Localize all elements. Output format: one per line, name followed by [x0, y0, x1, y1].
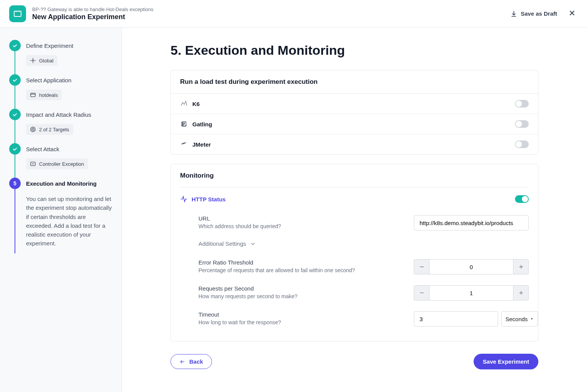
- svg-point-12: [32, 128, 34, 130]
- error-ratio-input[interactable]: [429, 259, 513, 274]
- back-label: Back: [189, 358, 203, 365]
- decrement-button[interactable]: [414, 285, 429, 301]
- tool-name: Gatling: [192, 121, 212, 127]
- svg-rect-0: [14, 11, 21, 16]
- svg-rect-9: [31, 93, 35, 96]
- arrow-left-icon: [179, 359, 185, 365]
- back-button[interactable]: Back: [171, 354, 212, 369]
- load-test-panel: Run a load test during experiment execut…: [171, 70, 538, 155]
- rps-label: Requests per Second: [198, 285, 414, 292]
- step-label: Define Experiment: [26, 42, 73, 49]
- tool-name: JMeter: [192, 141, 211, 148]
- url-input[interactable]: [414, 215, 529, 230]
- rps-input[interactable]: [429, 285, 513, 301]
- rps-stepper: [414, 285, 529, 301]
- jmeter-toggle[interactable]: [515, 140, 529, 148]
- step-chip-global: Global: [26, 55, 57, 66]
- gatling-toggle[interactable]: [515, 120, 529, 128]
- tool-name: K6: [192, 101, 200, 107]
- step-chip-controller-exception: Controller Exception: [26, 158, 88, 169]
- svg-marker-22: [531, 318, 533, 320]
- loadtest-row-k6: K6: [171, 94, 538, 114]
- breadcrumb: BP-?? Gateway is able to handle Hot-Deal…: [32, 7, 154, 12]
- timeout-label: Timeout: [198, 311, 414, 318]
- step-define-experiment[interactable]: Define Experiment Global: [9, 40, 112, 74]
- error-ratio-desc: Percentage of requests that are allowed …: [198, 267, 414, 273]
- timeout-desc: How long to wait for the response?: [198, 319, 414, 325]
- save-as-draft-button[interactable]: Save as Draft: [510, 10, 557, 18]
- page-title: New Application Experiment: [32, 13, 154, 21]
- k6-icon: [180, 100, 188, 108]
- step-select-attack[interactable]: Select Attack Controller Exception: [9, 143, 112, 178]
- http-status-toggle[interactable]: [515, 195, 529, 203]
- rps-desc: How many requests per second to make?: [198, 293, 414, 299]
- http-status-label: HTTP Status: [192, 196, 226, 203]
- step-impact-attack-radius[interactable]: Impact and Attack Radius 2 of 2 Targets: [9, 109, 112, 143]
- download-icon: [510, 10, 518, 18]
- decrement-button[interactable]: [414, 259, 429, 274]
- chip-label: hotdeals: [39, 92, 58, 98]
- chip-label: 2 of 2 Targets: [39, 127, 69, 132]
- timeout-row: Timeout How long to wait for the respons…: [180, 306, 529, 332]
- panel-title: Run a load test during experiment execut…: [171, 70, 538, 94]
- step-label: Impact and Attack Radius: [26, 111, 91, 118]
- app-logo: [9, 5, 26, 22]
- targets-icon: [30, 126, 36, 132]
- close-button[interactable]: [566, 7, 578, 20]
- activity-icon: [180, 195, 188, 203]
- step-complete-icon: [9, 109, 21, 120]
- step-chip-hotdeals: hotdeals: [26, 90, 62, 100]
- section-heading: 5. Execution and Monitoring: [171, 43, 538, 58]
- loadtest-row-jmeter: JMeter: [171, 134, 538, 154]
- url-label: URL: [198, 215, 414, 222]
- chip-label: Controller Exception: [39, 161, 84, 167]
- timeout-unit-select[interactable]: Seconds: [501, 311, 538, 327]
- panel-title: Monitoring: [171, 164, 538, 187]
- wizard-sidebar: Define Experiment Global Select Applicat…: [0, 28, 122, 392]
- step-select-application[interactable]: Select Application hotdeals: [9, 74, 112, 109]
- exception-icon: [30, 161, 36, 167]
- step-label: Select Attack: [26, 146, 59, 152]
- svg-point-11: [31, 127, 35, 132]
- k6-toggle[interactable]: [515, 100, 529, 108]
- step-description: You can set up monitoring and let the ex…: [26, 194, 112, 248]
- save-label: Save Experiment: [483, 358, 529, 365]
- app-icon: [30, 92, 36, 98]
- rps-row: Requests per Second How many requests pe…: [180, 280, 529, 306]
- timeout-input[interactable]: [414, 311, 498, 327]
- additional-settings-label: Additional Settings: [198, 240, 246, 247]
- error-ratio-row: Error Ratio Threshold Percentage of requ…: [180, 254, 529, 280]
- increment-button[interactable]: [513, 259, 529, 274]
- chevron-down-icon: [250, 241, 256, 247]
- url-desc: Which address should be queried?: [198, 223, 414, 229]
- step-label: Select Application: [26, 77, 71, 83]
- save-experiment-button[interactable]: Save Experiment: [474, 354, 538, 369]
- error-ratio-stepper: [414, 259, 529, 274]
- step-complete-icon: [9, 74, 21, 86]
- caret-down-icon: [530, 317, 534, 321]
- step-complete-icon: [9, 143, 21, 155]
- error-ratio-label: Error Ratio Threshold: [198, 259, 414, 266]
- loadtest-row-gatling: Gatling: [171, 114, 538, 134]
- step-execution-monitoring[interactable]: 5 Execution and Monitoring You can set u…: [9, 178, 112, 253]
- url-field-row: URL Which address should be queried?: [180, 210, 529, 236]
- jmeter-icon: [180, 140, 188, 148]
- monitoring-panel: Monitoring HTTP Status URL Which address…: [171, 164, 538, 341]
- close-icon: [568, 9, 576, 17]
- additional-settings-toggle[interactable]: Additional Settings: [180, 236, 529, 254]
- chip-label: Global: [39, 58, 54, 64]
- target-icon: [30, 57, 36, 64]
- step-chip-targets: 2 of 2 Targets: [26, 124, 73, 135]
- step-current-number: 5: [9, 178, 21, 189]
- timeout-unit-label: Seconds: [505, 316, 528, 322]
- step-complete-icon: [9, 40, 21, 51]
- increment-button[interactable]: [513, 285, 529, 301]
- svg-point-4: [32, 60, 34, 61]
- save-draft-label: Save as Draft: [521, 10, 557, 17]
- gatling-icon: [180, 120, 188, 128]
- step-label: Execution and Monitoring: [26, 180, 97, 187]
